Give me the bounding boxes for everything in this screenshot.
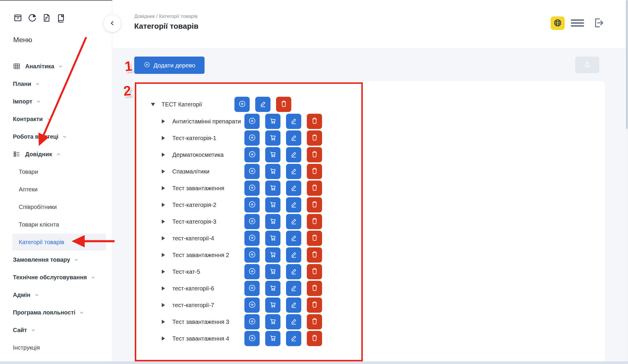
cart-button[interactable] [265,147,280,162]
sidebar-item-products[interactable]: Товари [0,163,112,181]
cart-button[interactable] [265,247,280,263]
cart-button[interactable] [265,264,280,279]
cart-button[interactable] [265,181,280,196]
cashbox-icon[interactable] [13,13,23,23]
expand-caret[interactable] [162,119,172,123]
horizontal-scrollbar[interactable] [0,361,628,364]
expand-caret[interactable] [162,286,172,290]
sidebar-item-plans[interactable]: Плани [0,75,112,93]
edit-button[interactable] [286,231,301,246]
sidebar-item-directory[interactable]: Довідник [0,145,112,163]
expand-caret[interactable] [162,153,172,157]
cart-button[interactable] [265,114,280,129]
delete-button[interactable] [307,114,322,129]
delete-button[interactable] [307,231,322,246]
delete-button[interactable] [307,181,322,196]
sidebar-item-admin[interactable]: Адмін [0,286,112,304]
cart-button[interactable] [265,331,280,346]
delete-button[interactable] [307,314,322,329]
cart-button[interactable] [265,297,280,313]
add-button[interactable] [244,197,260,212]
cart-button[interactable] [265,130,280,146]
delete-button[interactable] [307,164,322,179]
add-button[interactable] [244,231,260,246]
sidebar-item-product-orders[interactable]: Замовлення товару [0,251,112,268]
cart-button[interactable] [265,197,280,212]
edit-button[interactable] [286,264,301,279]
cart-button[interactable] [265,231,280,246]
sidebar-item-contracts[interactable]: Контракти [0,110,112,128]
expand-caret[interactable] [162,169,172,174]
add-button[interactable] [244,147,260,162]
edit-button[interactable] [286,114,301,129]
edit-button[interactable] [286,214,301,229]
cart-button[interactable] [265,314,280,329]
add-button[interactable] [244,247,260,263]
edit-button[interactable] [286,281,301,296]
sidebar-item-instruction[interactable]: Інструкція [0,339,112,356]
delete-button[interactable] [307,247,322,263]
edit-button[interactable] [286,197,301,212]
edit-button[interactable] [286,130,301,146]
add-button[interactable] [244,214,260,229]
sidebar-item-import[interactable]: Імпорт [0,93,112,110]
add-button[interactable] [244,297,260,313]
delete-button[interactable] [307,197,322,212]
edit-button[interactable] [286,247,301,263]
edit-button[interactable] [286,331,301,346]
expand-caret[interactable] [162,253,172,257]
delete-button[interactable] [307,214,322,229]
add-button[interactable] [234,97,250,112]
add-button[interactable] [244,331,260,346]
edit-button[interactable] [286,164,301,179]
expand-caret[interactable] [151,103,161,106]
add-button[interactable] [244,264,260,279]
expand-caret[interactable] [162,220,172,224]
doc-icon[interactable] [42,13,51,23]
sidebar-item-analytics[interactable]: Аналітика [0,57,112,75]
add-tree-button[interactable]: Додати дерево [134,57,205,74]
sidebar-item-pharmacy-work[interactable]: Робота в аптеці [0,128,112,145]
sidebar-item-pharmacies[interactable]: Аптеки [0,181,112,198]
upload-button[interactable] [575,57,599,73]
edit-button[interactable] [286,314,301,329]
edit-button[interactable] [286,181,301,196]
expand-caret[interactable] [162,303,172,307]
edit-button[interactable] [255,97,270,112]
pie-icon[interactable] [28,13,37,23]
book-icon[interactable] [56,13,66,23]
sidebar-item-loyalty-program[interactable]: Програма лояльності [0,304,112,321]
delete-button[interactable] [307,264,322,279]
expand-caret[interactable] [162,336,172,341]
delete-button[interactable] [307,281,322,296]
sidebar-item-employees[interactable]: Співробітники [0,198,112,216]
delete-button[interactable] [307,297,322,313]
edit-button[interactable] [286,297,301,313]
add-button[interactable] [244,281,260,296]
sidebar-item-site[interactable]: Сайт [0,321,112,339]
edit-button[interactable] [286,147,301,162]
add-button[interactable] [244,164,260,179]
vertical-scrollbar-thumb[interactable] [626,0,628,129]
delete-button[interactable] [307,130,322,146]
cart-button[interactable] [265,164,280,179]
sidebar-collapse-button[interactable] [103,15,121,32]
add-button[interactable] [244,314,260,329]
expand-caret[interactable] [162,203,172,207]
vertical-scrollbar[interactable] [626,0,628,364]
expand-caret[interactable] [162,186,172,190]
sidebar-item-maintenance[interactable]: Технічне обслуговування [0,268,112,286]
expand-caret[interactable] [162,136,172,140]
delete-button[interactable] [307,331,322,346]
add-button[interactable] [244,130,260,146]
sidebar-item-client-products[interactable]: Товари клієнта [0,216,112,233]
delete-button[interactable] [307,147,322,162]
expand-caret[interactable] [162,236,172,240]
cart-button[interactable] [265,214,280,229]
add-button[interactable] [244,114,260,129]
add-button[interactable] [244,181,260,196]
expand-caret[interactable] [162,320,172,324]
expand-caret[interactable] [162,270,172,274]
sidebar-item-product-categories[interactable]: Категорії товарів [0,233,112,251]
logout-button[interactable] [591,16,605,30]
